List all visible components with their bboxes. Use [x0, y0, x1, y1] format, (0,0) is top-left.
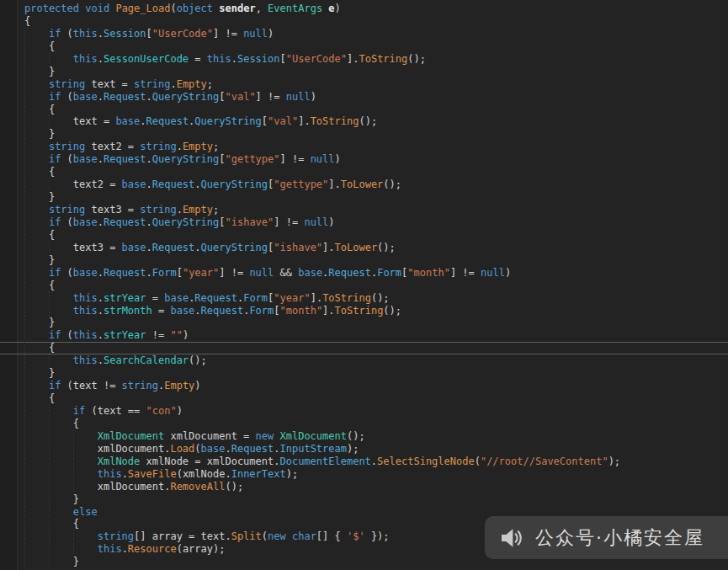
code-line[interactable]: { [0, 15, 728, 28]
indent-guide [49, 556, 73, 568]
indent-guide [24, 305, 49, 317]
code-line[interactable]: this.SearchCalendar(); [0, 354, 728, 367]
code-line[interactable]: { [0, 342, 728, 354]
code-line[interactable]: if (base.Request.Form["year"] != null &&… [0, 267, 728, 280]
code-token: [ [177, 267, 183, 279]
indent-guide [24, 556, 49, 568]
code-line[interactable]: { [0, 40, 728, 53]
code-line[interactable]: protected void Page_Load(object sender, … [0, 3, 728, 15]
code-line[interactable]: { [0, 166, 728, 178]
code-token: QueryString [152, 153, 219, 165]
code-token: ]. [311, 292, 322, 304]
code-token: . [177, 204, 183, 216]
code-token: . [194, 305, 200, 317]
indent-guide [49, 292, 73, 305]
code-token: string [134, 78, 170, 90]
indent-guide [49, 506, 73, 519]
code-token: if [49, 380, 61, 392]
code-token: Form [152, 267, 177, 279]
code-line[interactable]: } [0, 66, 728, 78]
code-line[interactable]: } [0, 191, 728, 204]
indent-guide [49, 305, 73, 317]
code-token: SelectSingleNode [377, 455, 475, 467]
code-token: ( [61, 267, 72, 279]
code-line[interactable]: if (base.Request.QueryString["ishave"] !… [0, 216, 728, 229]
code-token: XmlNode [98, 455, 141, 467]
code-token: this [207, 53, 231, 65]
code-token: text2 = [85, 141, 140, 152]
indent-guide [24, 128, 49, 141]
code-line[interactable]: XmlDocument xmlDocument = new XmlDocumen… [0, 430, 728, 443]
code-token: ) [268, 28, 274, 40]
code-line[interactable]: this.SaveFile(xmlNode.InnerText); [0, 468, 728, 481]
code-line[interactable]: if (text != string.Empty) [0, 380, 728, 392]
code-token: strMonth [104, 305, 152, 317]
code-line[interactable]: } [0, 493, 728, 506]
code-line[interactable]: if (this.Session["UserCode"] != null) [0, 28, 728, 40]
code-line[interactable]: xmlDocument.RemoveAll(); [0, 481, 728, 493]
code-token: null [481, 267, 505, 279]
code-token: XmlDocument [280, 430, 347, 442]
indent-guide [24, 242, 49, 254]
code-token: . [98, 292, 104, 304]
code-line[interactable]: string text = string.Empty; [0, 78, 728, 91]
code-line[interactable]: text2 = base.Request.QueryString["gettyp… [0, 178, 728, 191]
code-token: ToString [311, 115, 359, 127]
code-line[interactable]: string text3 = string.Empty; [0, 204, 728, 216]
code-token: . [194, 178, 200, 190]
code-token: [] array = text. [134, 530, 231, 542]
code-line[interactable]: } [0, 128, 728, 141]
code-line[interactable]: string text2 = string.Empty; [0, 141, 728, 153]
code-token: "gettype" [274, 178, 328, 190]
code-token: . [98, 305, 104, 317]
indent-guide [49, 405, 73, 418]
code-token: { [49, 229, 55, 241]
code-token: } [73, 493, 79, 505]
code-line[interactable]: this.strYear = base.Request.Form["year"]… [0, 292, 728, 305]
indent-guide [24, 104, 49, 116]
code-token: ]. [328, 178, 340, 190]
code-editor: protected void Page_Load(object sender, … [0, 0, 728, 570]
code-token: "year" [274, 292, 310, 304]
code-token: [ [280, 53, 286, 65]
code-area[interactable]: protected void Page_Load(object sender, … [0, 0, 728, 570]
indent-guide [49, 178, 73, 191]
code-token: ToString [335, 305, 384, 317]
code-line[interactable]: { [0, 229, 728, 242]
code-line[interactable]: } [0, 254, 728, 267]
indent-guide [24, 40, 49, 53]
code-token: "val" [268, 115, 298, 127]
code-token: [ [262, 115, 268, 127]
code-line[interactable]: text = base.Request.QueryString["val"].T… [0, 115, 728, 128]
indent-guide [24, 216, 49, 229]
code-line[interactable]: { [0, 280, 728, 292]
code-token: this [73, 305, 98, 317]
code-line[interactable]: if (base.Request.QueryString["val"] != n… [0, 91, 728, 104]
code-token: null [286, 91, 311, 103]
code-line[interactable]: { [0, 104, 728, 116]
code-token: if [49, 28, 61, 40]
indent-guide [24, 153, 49, 166]
code-line[interactable]: this.SessonUserCode = this.Session["User… [0, 53, 728, 66]
code-line[interactable]: xmlDocument.Load(base.Request.InputStrea… [0, 443, 728, 455]
code-line[interactable]: { [0, 418, 728, 430]
code-line[interactable]: } [0, 317, 728, 329]
code-line[interactable]: } [0, 367, 728, 380]
indent-guide [24, 518, 49, 530]
code-token [274, 430, 279, 442]
code-token: (); [359, 115, 377, 127]
code-line[interactable]: { [0, 392, 728, 405]
code-token: text = [73, 115, 116, 127]
code-token: . [146, 91, 152, 103]
code-line[interactable]: if (text == "con") [0, 405, 728, 418]
code-token: object [177, 3, 213, 14]
code-line[interactable]: this.strMonth = base.Request.Form["month… [0, 305, 728, 317]
code-line[interactable]: text3 = base.Request.QueryString["ishave… [0, 242, 728, 254]
code-token: base [73, 267, 98, 279]
code-token: SessonUserCode [104, 53, 189, 65]
code-line[interactable]: XmlNode xmlNode = xmlDocument.DocumentEl… [0, 455, 728, 468]
code-line[interactable]: if (base.Request.QueryString["gettype"] … [0, 153, 728, 166]
code-token: Form [377, 267, 401, 279]
code-line[interactable]: if (this.strYear != "") [0, 329, 728, 342]
code-token: ] != [256, 91, 286, 103]
